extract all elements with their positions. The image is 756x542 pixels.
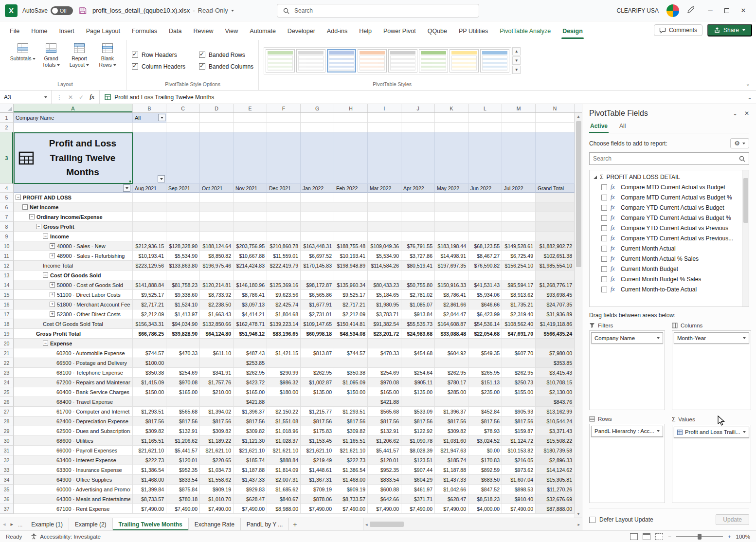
value-cell[interactable] (536, 232, 575, 241)
value-cell[interactable]: $3,024.52 (468, 436, 502, 446)
scrollbar-thumb[interactable] (743, 178, 748, 223)
value-cell[interactable] (536, 193, 575, 202)
empty-cell[interactable] (267, 123, 301, 132)
value-cell[interactable]: $262.95 (234, 368, 267, 378)
value-cell[interactable]: $780.17 (435, 378, 468, 387)
empty-cell[interactable] (133, 123, 166, 132)
value-cell[interactable]: $1,394.02 (200, 407, 234, 416)
value-cell[interactable]: $64,124.80 (200, 329, 234, 339)
value-cell[interactable]: $533.09 (401, 407, 435, 416)
value-cell[interactable] (301, 271, 334, 280)
value-cell[interactable]: $2,717.21 (334, 300, 368, 309)
ribbon-tab-help[interactable]: Help (353, 24, 378, 39)
value-cell[interactable]: $9,623.56 (267, 290, 301, 300)
value-cell[interactable]: $1,124.72 (502, 436, 536, 446)
value-cell[interactable] (502, 212, 536, 222)
value-cell[interactable]: $8,733.57 (133, 494, 166, 504)
month-header-dec-2021[interactable]: Dec 2021 (267, 184, 301, 193)
value-cell[interactable]: $1,396.37 (234, 407, 267, 416)
value-cell[interactable]: $7,490.00 (200, 504, 234, 514)
value-cell[interactable]: $817.56 (166, 416, 200, 426)
value-cell[interactable]: $10,708.15 (536, 378, 575, 387)
ribbon-tab-add-ins[interactable]: Add-ins (321, 24, 353, 39)
value-cell[interactable]: $1,804.68 (267, 309, 301, 319)
account-name[interactable]: CLEARIFY USA (617, 7, 659, 14)
value-cell[interactable]: $600.88 (368, 485, 401, 494)
defer-layout-checkbox[interactable] (589, 517, 595, 523)
expand-plus-icon[interactable]: + (50, 253, 55, 258)
value-cell[interactable]: $175.83 (301, 426, 334, 436)
value-cell[interactable]: $24,983.68 (401, 329, 435, 339)
value-cell[interactable]: $898.53 (502, 485, 536, 494)
value-cell[interactable]: $222.73 (334, 455, 368, 465)
value-cell[interactable] (468, 212, 502, 222)
value-cell[interactable]: $254.64 (401, 368, 435, 378)
value-cell[interactable]: $135.00 (301, 387, 334, 397)
pivot-style-thumb-3[interactable] (327, 49, 356, 72)
value-cell[interactable]: $7,490.00 (166, 504, 200, 514)
values-drop-zone[interactable]: Profit and Loss Traili... (672, 425, 751, 504)
value-cell[interactable]: $642.66 (368, 494, 401, 504)
value-cell[interactable] (133, 339, 166, 348)
value-cell[interactable]: $909.19 (200, 485, 234, 494)
value-cell[interactable]: $817.56 (368, 416, 401, 426)
value-cell[interactable] (435, 193, 468, 202)
value-cell[interactable] (435, 358, 468, 368)
value-cell[interactable]: $196,975.46 (200, 261, 234, 271)
gallery-down-icon[interactable]: ▼ (512, 56, 521, 65)
value-cell[interactable]: $11,270.26 (536, 485, 575, 494)
value-cell[interactable]: $0.00 (468, 446, 502, 455)
row-header-3[interactable]: 3 (0, 132, 14, 184)
value-cell[interactable] (166, 339, 200, 348)
value-cell[interactable]: $461.97 (401, 485, 435, 494)
value-cell[interactable]: $909.19 (334, 485, 368, 494)
value-cell[interactable]: $7,490.00 (435, 504, 468, 514)
row-label-40000-sales-new[interactable]: +40000 · Sales - New (14, 241, 133, 251)
value-cell[interactable]: $2,150.22 (267, 407, 301, 416)
value-cell[interactable] (401, 202, 435, 212)
value-cell[interactable]: $7,490.00 (334, 504, 368, 514)
value-cell[interactable] (435, 339, 468, 348)
value-cell[interactable]: $2,731.01 (301, 309, 334, 319)
value-cell[interactable]: $888.84 (267, 455, 301, 465)
value-cell[interactable] (468, 358, 502, 368)
row-header-31[interactable]: 31 (0, 446, 14, 455)
value-cell[interactable]: $780.18 (166, 494, 200, 504)
value-cell[interactable]: $7,490.00 (133, 504, 166, 514)
value-cell[interactable]: $254.69 (368, 368, 401, 378)
value-cell[interactable]: $132.91 (368, 426, 401, 436)
horizontal-scrollbar[interactable]: ◂ ▸ (363, 518, 582, 530)
pivot-style-thumb-4[interactable] (358, 49, 387, 72)
value-cell[interactable]: $6,725.49 (502, 251, 536, 261)
ribbon-tab-pivottable-analyze[interactable]: PivotTable Analyze (494, 24, 557, 39)
value-cell[interactable]: $1,415.09 (133, 378, 166, 387)
value-cell[interactable]: $151.13 (468, 378, 502, 387)
value-cell[interactable]: $83,196.65 (267, 329, 301, 339)
value-cell[interactable] (301, 212, 334, 222)
row-header-21[interactable]: 21 (0, 348, 14, 358)
panel-close-icon[interactable]: ✕ (744, 110, 749, 117)
field-checkbox[interactable] (601, 225, 607, 231)
field-checkbox[interactable] (601, 215, 607, 221)
value-cell[interactable]: $114,584.26 (368, 261, 401, 271)
value-cell[interactable]: $1,018.96 (267, 426, 301, 436)
value-cell[interactable]: $109,049.36 (368, 241, 401, 251)
header-band-cell[interactable] (368, 132, 401, 184)
value-cell[interactable]: $78.93 (468, 426, 502, 436)
value-cell[interactable]: $341.91 (200, 368, 234, 378)
value-cell[interactable] (468, 271, 502, 280)
value-cell[interactable]: $1,293.51 (334, 407, 368, 416)
zoom-level[interactable]: 100% (736, 534, 750, 540)
value-cell[interactable]: $3,371.43 (536, 426, 575, 436)
row-header-20[interactable]: 20 (0, 339, 14, 348)
value-cell[interactable]: $102,651.38 (536, 251, 575, 261)
empty-cell[interactable] (368, 123, 401, 132)
empty-cell[interactable] (166, 123, 200, 132)
column-header-k[interactable]: K (435, 104, 468, 112)
normal-view-icon[interactable] (630, 533, 638, 540)
month-header-nov-2021[interactable]: Nov 2021 (234, 184, 267, 193)
value-cell[interactable] (267, 202, 301, 212)
value-cell[interactable] (166, 193, 200, 202)
month-header-jul-2022[interactable]: Jul 2022 (502, 184, 536, 193)
value-cell[interactable]: $1,413.97 (166, 309, 200, 319)
